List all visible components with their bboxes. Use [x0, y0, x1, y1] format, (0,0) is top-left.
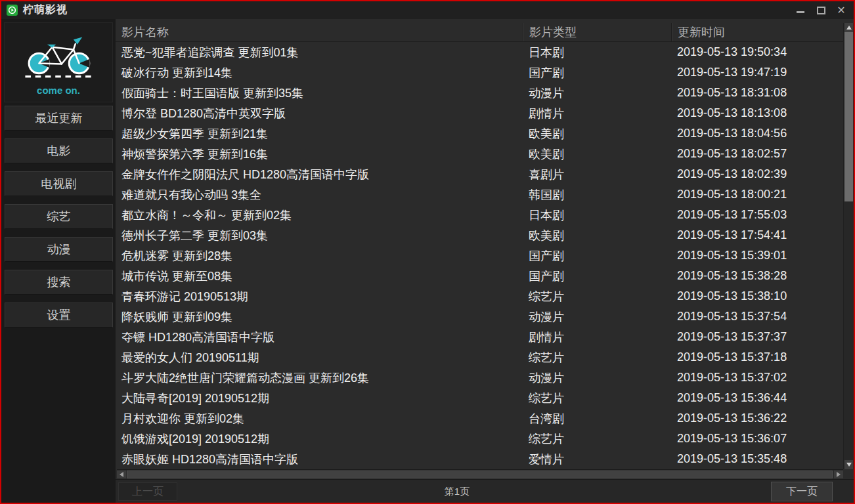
arrow-down-icon: [846, 463, 852, 467]
minimize-button[interactable]: [793, 3, 808, 17]
cell-time: 2019-05-13 18:31:08: [671, 83, 843, 103]
cell-type: 综艺片: [523, 388, 671, 408]
cell-type: 欧美剧: [523, 144, 671, 164]
table-row[interactable]: 恶党~犯罪者追踪调查 更新到01集 日本剧 2019-05-13 19:50:3…: [116, 42, 843, 62]
table-row[interactable]: 难道就只有我心动吗 3集全 韩国剧 2019-05-13 18:00:21: [116, 184, 843, 205]
vertical-scrollbar[interactable]: [843, 23, 854, 469]
sidebar-item-recent-updates[interactable]: 最近更新: [5, 106, 113, 131]
table-row[interactable]: 饥饿游戏[2019] 20190512期 综艺片 2019-05-13 15:3…: [116, 429, 843, 449]
cell-name: 大陆寻奇[2019] 20190512期: [116, 388, 523, 408]
horizontal-scrollbar[interactable]: [117, 469, 843, 479]
column-header-name[interactable]: 影片名称: [116, 23, 523, 41]
cell-name: 城市传说 更新至08集: [116, 266, 523, 286]
cell-type: 综艺片: [523, 347, 671, 368]
table-row[interactable]: 月村欢迎你 更新到02集 台湾剧 2019-05-13 15:36:22: [116, 408, 843, 429]
maximize-button[interactable]: [814, 3, 828, 17]
cell-name: 斗罗大陆2绝世唐门荣耀篇动态漫画 更新到26集: [116, 368, 523, 388]
vertical-scrollbar-thumb[interactable]: [844, 32, 853, 201]
cell-name: 假面骑士：时王国语版 更新到35集: [116, 83, 523, 103]
minimize-icon: [797, 11, 804, 13]
table-row[interactable]: 都立水商！～令和～ 更新到02集 日本剧 2019-05-13 17:55:03: [116, 205, 843, 225]
cell-name: 超级少女第四季 更新到21集: [116, 123, 523, 144]
cell-type: 综艺片: [523, 429, 671, 449]
cell-time: 2019-05-13 17:54:41: [671, 225, 843, 245]
cell-name: 危机迷雾 更新到28集: [116, 245, 523, 266]
cell-type: 国产剧: [523, 266, 671, 286]
cell-name: 夺镖 HD1280高清国语中字版: [116, 327, 523, 347]
table-row[interactable]: 破冰行动 更新到14集 国产剧 2019-05-13 19:47:19: [116, 62, 843, 83]
sidebar: come on. 最近更新电影电视剧综艺动漫搜索设置: [1, 19, 116, 503]
prev-page-button[interactable]: 上一页: [118, 482, 177, 501]
cell-time: 2019-05-13 18:00:21: [671, 184, 843, 205]
table-row[interactable]: 降妖贱师 更新到09集 动漫片 2019-05-13 15:37:54: [116, 306, 843, 327]
column-header-time[interactable]: 更新时间: [671, 23, 843, 41]
cell-time: 2019-05-13 19:50:34: [671, 42, 843, 62]
scroll-up-button[interactable]: [844, 23, 853, 32]
cell-time: 2019-05-13 18:02:39: [671, 164, 843, 184]
table-row[interactable]: 夺镖 HD1280高清国语中字版 剧情片 2019-05-13 15:37:37: [116, 327, 843, 347]
cell-time: 2019-05-13 18:04:56: [671, 123, 843, 144]
cell-time: 2019-05-13 15:35:48: [671, 449, 843, 469]
table-row[interactable]: 金牌女仵作之阴阳法尺 HD1280高清国语中字版 喜剧片 2019-05-13 …: [116, 164, 843, 184]
cell-type: 韩国剧: [523, 184, 671, 205]
pagination-bar: 上一页 第1页 下一页: [116, 479, 854, 503]
scroll-left-button[interactable]: [117, 471, 126, 478]
arrow-up-icon: [846, 26, 852, 30]
table-row[interactable]: 大陆寻奇[2019] 20190512期 综艺片 2019-05-13 15:3…: [116, 388, 843, 408]
sidebar-item-anime[interactable]: 动漫: [5, 237, 113, 262]
cell-name: 金牌女仵作之阴阳法尺 HD1280高清国语中字版: [116, 164, 523, 184]
bicycle-logo-icon: [17, 29, 100, 84]
logo-caption: come on.: [37, 85, 80, 96]
cell-type: 台湾剧: [523, 408, 671, 429]
cell-type: 日本剧: [523, 42, 671, 62]
table-row[interactable]: 神烦警探第六季 更新到16集 欧美剧 2019-05-13 18:02:57: [116, 144, 843, 164]
scroll-right-button[interactable]: [834, 471, 843, 478]
sidebar-item-label: 综艺: [47, 209, 71, 224]
cell-name: 神烦警探第六季 更新到16集: [116, 144, 523, 164]
table-row[interactable]: 博尔登 BD1280高清中英双字版 剧情片 2019-05-13 18:13:0…: [116, 103, 843, 123]
table-row[interactable]: 假面骑士：时王国语版 更新到35集 动漫片 2019-05-13 18:31:0…: [116, 83, 843, 103]
table-row[interactable]: 危机迷雾 更新到28集 国产剧 2019-05-13 15:39:01: [116, 245, 843, 266]
next-page-button[interactable]: 下一页: [771, 482, 833, 501]
sidebar-item-settings[interactable]: 设置: [5, 303, 113, 327]
table-row[interactable]: 德州长子第二季 更新到03集 欧美剧 2019-05-13 17:54:41: [116, 225, 843, 245]
table-row[interactable]: 城市传说 更新至08集 国产剧 2019-05-13 15:38:28: [116, 266, 843, 286]
cell-type: 爱情片: [523, 449, 671, 469]
cell-name: 德州长子第二季 更新到03集: [116, 225, 523, 245]
cell-type: 剧情片: [523, 103, 671, 123]
cell-time: 2019-05-13 15:39:01: [671, 245, 843, 266]
table-row[interactable]: 最爱的女人们 20190511期 综艺片 2019-05-13 15:37:18: [116, 347, 843, 368]
sidebar-item-movies[interactable]: 电影: [5, 138, 113, 163]
cell-time: 2019-05-13 15:37:18: [671, 347, 843, 368]
sidebar-item-label: 设置: [47, 307, 71, 323]
sidebar-item-tv-series[interactable]: 电视剧: [5, 171, 113, 196]
sidebar-item-variety[interactable]: 综艺: [5, 204, 113, 229]
cell-time: 2019-05-13 15:38:10: [671, 286, 843, 306]
cell-time: 2019-05-13 15:36:44: [671, 388, 843, 408]
table-row[interactable]: 青春环游记 20190513期 综艺片 2019-05-13 15:38:10: [116, 286, 843, 306]
cell-name: 降妖贱师 更新到09集: [116, 306, 523, 327]
cell-name: 赤眼妖姬 HD1280高清国语中字版: [116, 449, 523, 469]
cell-time: 2019-05-13 15:36:07: [671, 429, 843, 449]
table-row[interactable]: 斗罗大陆2绝世唐门荣耀篇动态漫画 更新到26集 动漫片 2019-05-13 1…: [116, 368, 843, 388]
window-controls: ✕: [793, 1, 848, 19]
table-row[interactable]: 赤眼妖姬 HD1280高清国语中字版 爱情片 2019-05-13 15:35:…: [116, 449, 843, 469]
cell-name: 月村欢迎你 更新到02集: [116, 408, 523, 429]
close-button[interactable]: ✕: [834, 3, 848, 17]
cell-time: 2019-05-13 18:02:57: [671, 144, 843, 164]
scroll-down-button[interactable]: [844, 460, 853, 469]
cell-type: 国产剧: [523, 245, 671, 266]
cell-name: 青春环游记 20190513期: [116, 286, 523, 306]
cell-type: 动漫片: [523, 83, 671, 103]
table-body: 恶党~犯罪者追踪调查 更新到01集 日本剧 2019-05-13 19:50:3…: [116, 42, 843, 469]
table-row[interactable]: 超级少女第四季 更新到21集 欧美剧 2019-05-13 18:04:56: [116, 123, 843, 144]
horizontal-scrollbar-thumb[interactable]: [127, 471, 833, 478]
window-title: 柠萌影视: [23, 3, 68, 17]
sidebar-item-search[interactable]: 搜索: [5, 270, 113, 295]
column-header-type[interactable]: 影片类型: [523, 23, 671, 41]
cell-type: 动漫片: [523, 368, 671, 388]
cell-time: 2019-05-13 17:55:03: [671, 205, 843, 225]
sidebar-item-label: 动漫: [47, 242, 71, 257]
cell-name: 最爱的女人们 20190511期: [116, 347, 523, 368]
cell-time: 2019-05-13 18:13:08: [671, 103, 843, 123]
